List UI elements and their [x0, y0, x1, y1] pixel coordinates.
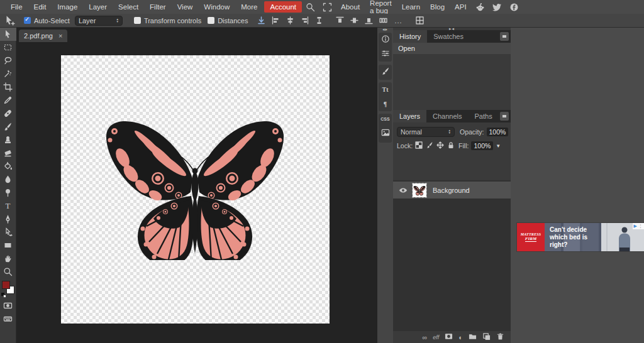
menu-window[interactable]: Window [198, 3, 235, 11]
lock-all-icon[interactable] [447, 141, 455, 150]
grid-view-icon[interactable] [415, 16, 425, 25]
align-right-icon[interactable] [300, 16, 309, 25]
rect-shape-tool[interactable] [0, 239, 16, 252]
align-center-horizontal-icon[interactable] [286, 16, 295, 25]
auto-select-checkbox[interactable] [24, 17, 31, 24]
brush-tool[interactable] [0, 120, 16, 133]
rect-select-tool[interactable] [0, 41, 16, 54]
collapse-strip-icon[interactable]: ◂▸ [377, 27, 393, 32]
quick-mask-button[interactable] [0, 299, 16, 312]
brush-settings-icon[interactable] [381, 67, 390, 78]
fill-dropdown-arrow[interactable]: ▼ [496, 143, 501, 149]
lasso-tool[interactable] [0, 54, 16, 67]
distribute-horizontal-icon[interactable] [379, 16, 388, 25]
pen-tool[interactable] [0, 212, 16, 226]
distances-checkbox[interactable] [208, 17, 214, 24]
keyboard-shortcuts-button[interactable] [0, 312, 16, 325]
menu-view[interactable]: View [172, 3, 199, 11]
ad-menu-icon[interactable]: ⋮ [638, 224, 643, 229]
fullscreen-icon[interactable] [323, 3, 332, 12]
search-icon[interactable] [306, 3, 315, 12]
ad-controls[interactable]: ▶ ⋮ [633, 223, 644, 229]
layer-visibility-icon[interactable] [399, 186, 408, 195]
spot-heal-tool[interactable] [0, 107, 16, 120]
document-canvas[interactable] [61, 55, 330, 324]
layer-thumbnail[interactable] [413, 183, 426, 197]
link-about[interactable]: About [336, 3, 365, 11]
eyedropper-tool[interactable] [0, 94, 16, 107]
fill-value[interactable]: 100% [471, 141, 493, 150]
adjustment-layer-icon[interactable]: ◐ [458, 334, 463, 341]
default-colors-icon[interactable] [1, 293, 6, 298]
layer-row-background[interactable]: Background [393, 182, 511, 199]
adchoices-icon[interactable]: ▶ [634, 224, 637, 229]
tab-swatches[interactable]: Swatches [427, 30, 470, 43]
menu-layer[interactable]: Layer [83, 3, 113, 11]
crop-tool[interactable] [0, 80, 16, 94]
properties-icon[interactable] [381, 49, 390, 60]
path-select-tool[interactable] [0, 226, 16, 239]
close-tab-icon[interactable]: × [58, 32, 62, 40]
magic-wand-tool[interactable] [0, 67, 16, 80]
zoom-tool[interactable] [0, 265, 16, 278]
new-layer-icon[interactable] [482, 332, 491, 342]
layer-effects-icon[interactable]: eff [433, 334, 439, 340]
paint-bucket-tool[interactable] [0, 160, 16, 173]
new-folder-icon[interactable] [469, 332, 477, 342]
document-tab[interactable]: 2.pdf.png × [19, 30, 67, 42]
foreground-color-swatch[interactable] [2, 281, 10, 289]
lock-pixels-icon[interactable] [426, 141, 433, 150]
transform-controls-checkbox[interactable] [134, 17, 141, 24]
menu-select[interactable]: Select [113, 3, 144, 11]
link-learn[interactable]: Learn [397, 3, 425, 11]
menu-edit[interactable]: Edit [28, 3, 52, 11]
advertisement-banner[interactable]: MATTRESS FIRM Can't decide which bed is … [517, 223, 644, 251]
opacity-value[interactable]: 100% [487, 128, 509, 136]
link-layers-icon[interactable]: ∞ [422, 334, 427, 341]
tab-paths[interactable]: Paths [469, 110, 499, 122]
menu-file[interactable]: File [5, 3, 28, 11]
reddit-icon[interactable] [475, 3, 485, 12]
align-middle-vertical-icon[interactable] [350, 16, 359, 25]
lock-transparency-icon[interactable] [415, 141, 423, 150]
link-api[interactable]: API [450, 3, 472, 11]
blend-mode-dropdown[interactable]: Normal ▲▼ [397, 127, 455, 137]
menu-more[interactable]: More [235, 3, 263, 11]
character-panel-icon[interactable]: Tt [382, 86, 389, 93]
history-panel-menu-button[interactable] [500, 32, 509, 41]
hand-tool[interactable] [0, 252, 16, 265]
type-tool[interactable]: T [0, 199, 16, 212]
lock-position-icon[interactable] [436, 141, 444, 150]
link-report-bug[interactable]: Report a bug [365, 0, 397, 14]
history-entry-open[interactable]: Open [393, 43, 511, 54]
link-blog[interactable]: Blog [425, 3, 450, 11]
distribute-vertical-icon[interactable] [314, 16, 324, 25]
blur-tool[interactable] [0, 173, 16, 186]
layers-panel-menu-button[interactable] [500, 112, 509, 121]
menu-filter[interactable]: Filter [144, 3, 172, 11]
more-options-button[interactable]: ... [394, 17, 402, 24]
color-swatches[interactable] [1, 280, 16, 299]
facebook-icon[interactable] [509, 3, 519, 12]
image-panel-icon[interactable] [381, 128, 390, 139]
dodge-tool[interactable] [0, 186, 16, 199]
import-image-icon[interactable] [257, 16, 266, 25]
account-button[interactable]: Account [264, 1, 302, 13]
add-mask-icon[interactable] [445, 332, 453, 342]
eraser-tool[interactable] [0, 146, 16, 160]
menu-image[interactable]: Image [52, 3, 83, 11]
move-tool[interactable] [0, 28, 16, 41]
auto-select-target-dropdown[interactable]: Layer ▲▼ [75, 16, 123, 26]
align-bottom-icon[interactable] [364, 16, 374, 25]
tab-history[interactable]: History [393, 30, 427, 43]
delete-layer-icon[interactable] [496, 332, 504, 342]
align-left-icon[interactable] [271, 16, 280, 25]
align-top-icon[interactable] [335, 16, 345, 25]
clone-stamp-tool[interactable] [0, 133, 16, 146]
paragraph-panel-icon[interactable]: ¶ [384, 101, 387, 107]
css-panel-icon[interactable]: CSS [380, 117, 389, 121]
tab-layers[interactable]: Layers [393, 110, 426, 122]
info-icon[interactable] [381, 35, 390, 46]
tab-channels[interactable]: Channels [426, 110, 468, 122]
twitter-icon[interactable] [492, 3, 502, 12]
